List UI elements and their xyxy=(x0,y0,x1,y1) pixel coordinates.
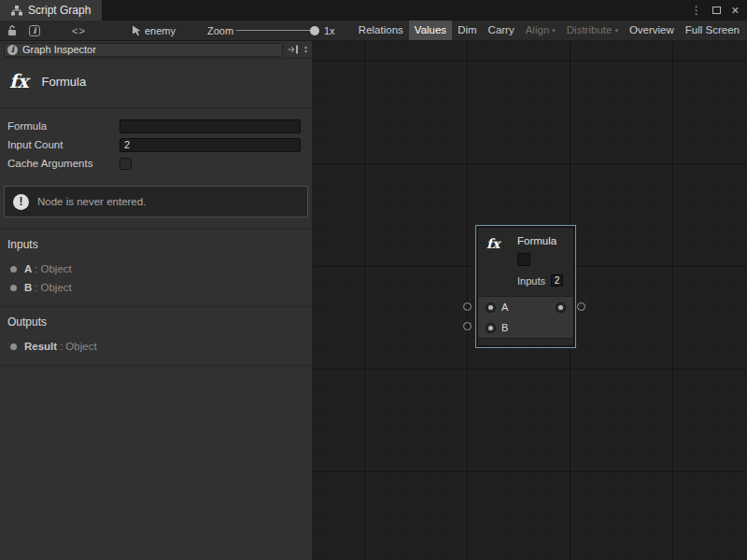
close-icon[interactable]: ✕ xyxy=(731,6,740,16)
free-port-right-result[interactable] xyxy=(577,302,585,311)
input-port-a: A:Object xyxy=(0,259,312,278)
dim-button[interactable]: Dim xyxy=(452,21,482,40)
fx-icon: fx xyxy=(9,70,29,92)
unity-script-graph-window: Script Graph ⋮ ✕ i <> enemy Zoom xyxy=(0,0,747,560)
warning-box: ! Node is never entered. xyxy=(4,186,308,217)
node-header: fx Formula Inputs 2 xyxy=(478,228,573,296)
tab-label: Script Graph xyxy=(28,4,91,17)
tab-script-graph[interactable]: Script Graph xyxy=(0,0,102,21)
tab-bar: Script Graph ⋮ ✕ xyxy=(0,0,747,21)
lock-icon[interactable] xyxy=(7,21,18,40)
carry-button[interactable]: Carry xyxy=(483,21,520,40)
inspector-header-box: i Graph Inspector xyxy=(4,43,283,57)
node-input-count[interactable]: 2 xyxy=(551,274,563,287)
inputs-section-header: Inputs xyxy=(0,236,312,259)
distribute-dropdown[interactable]: Distribute▾ xyxy=(561,21,624,40)
inputs-section: Inputs A:Object B:Object xyxy=(0,229,312,306)
zoom-slider-handle[interactable] xyxy=(310,26,319,35)
node-footer xyxy=(478,338,573,345)
zoom-slider-track[interactable] xyxy=(236,30,318,31)
script-graph-icon xyxy=(11,6,22,16)
chevron-down-icon: ▾ xyxy=(614,27,618,34)
align-dropdown[interactable]: Align▾ xyxy=(520,21,561,40)
window-menu-icon[interactable]: ⋮ xyxy=(691,5,702,16)
port-label: Result:Object xyxy=(24,341,97,352)
inspector-toggle-icon[interactable]: i xyxy=(29,21,40,40)
node-port-row-a: A xyxy=(478,297,573,317)
dock-icon[interactable] xyxy=(288,45,299,54)
warning-icon: ! xyxy=(13,194,29,210)
formula-field-row: Formula xyxy=(0,117,312,135)
unit-title: Formula xyxy=(42,75,87,89)
port-dot-icon xyxy=(10,266,17,273)
port-dot-icon xyxy=(10,343,17,350)
inspector-header-title: Graph Inspector xyxy=(22,44,96,55)
formula-node-selection: fx Formula Inputs 2 A xyxy=(475,225,576,348)
full-screen-button[interactable]: Full Screen xyxy=(680,21,745,40)
node-port-row-b: B xyxy=(478,317,573,338)
fx-icon: fx xyxy=(486,236,500,251)
relations-button[interactable]: Relations xyxy=(353,21,409,40)
warning-text: Node is never entered. xyxy=(37,196,146,207)
unit-title-block: fx Formula xyxy=(0,59,312,108)
window-controls: ⋮ ✕ xyxy=(691,0,740,21)
overview-button[interactable]: Overview xyxy=(624,21,680,40)
chevron-down-icon: ▾ xyxy=(552,27,556,34)
graph-toolbar: i <> enemy Zoom 1x Relations Values Dim … xyxy=(0,21,747,41)
formula-field-label: Formula xyxy=(7,120,120,132)
graph-object-name[interactable]: enemy xyxy=(145,21,176,40)
port-dot-icon xyxy=(10,285,17,291)
edit-code-icon[interactable]: <> xyxy=(72,21,86,40)
formula-input[interactable] xyxy=(120,119,301,133)
node-title: Formula xyxy=(517,234,568,247)
toolbar-buttons: Relations Values Dim Carry Align▾ Distri… xyxy=(353,21,745,40)
inspector-header: i Graph Inspector ▲ ▼ xyxy=(0,41,312,59)
node-inputs-label: Inputs xyxy=(517,275,545,287)
scroll-spinner[interactable]: ▲ ▼ xyxy=(303,45,308,54)
cache-arguments-field-row: Cache Arguments xyxy=(0,154,312,173)
node-inputs-row: Inputs 2 xyxy=(517,273,568,287)
input-count-input[interactable] xyxy=(120,138,301,152)
port-a-label: A xyxy=(501,301,508,313)
cache-arguments-field-label: Cache Arguments xyxy=(7,158,120,169)
outputs-section: Outputs Result:Object xyxy=(0,306,312,366)
input-port-a-dot[interactable] xyxy=(486,303,495,312)
node-ports: A B xyxy=(478,296,573,338)
unit-fields: Formula Input Count Cache Arguments xyxy=(0,108,312,176)
input-port-b: B:Object xyxy=(0,278,312,297)
zoom-label: Zoom xyxy=(207,21,233,40)
graph-pointer-icon xyxy=(132,21,142,40)
free-port-left-b[interactable] xyxy=(463,322,472,330)
port-b-label: B xyxy=(501,322,508,333)
values-button[interactable]: Values xyxy=(409,21,452,40)
port-label: A:Object xyxy=(24,263,72,274)
result-output-port-dot[interactable] xyxy=(557,303,565,312)
input-count-field-row: Input Count xyxy=(0,135,312,154)
info-icon: i xyxy=(7,45,18,55)
cache-arguments-checkbox[interactable] xyxy=(120,158,132,170)
spin-down-icon[interactable]: ▼ xyxy=(303,49,308,54)
maximize-icon[interactable] xyxy=(712,7,721,14)
free-port-left-a[interactable] xyxy=(463,302,472,311)
graph-canvas[interactable]: fx Formula Inputs 2 A xyxy=(313,41,747,560)
output-port-result: Result:Object xyxy=(0,337,312,356)
input-count-field-label: Input Count xyxy=(7,139,120,150)
node-formula-input[interactable] xyxy=(517,253,530,266)
formula-node[interactable]: fx Formula Inputs 2 A xyxy=(477,227,574,346)
graph-inspector-panel: i Graph Inspector ▲ ▼ fx Formula Formula… xyxy=(0,41,313,560)
port-label: B:Object xyxy=(24,282,72,293)
outputs-section-header: Outputs xyxy=(0,314,312,337)
zoom-value: 1x xyxy=(324,21,335,40)
input-port-b-dot[interactable] xyxy=(486,324,495,332)
